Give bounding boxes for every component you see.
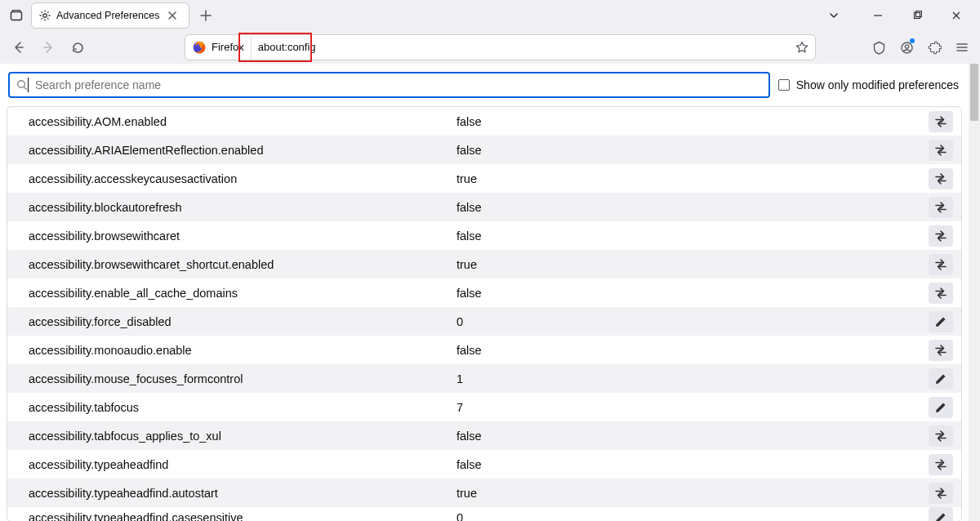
- pref-value: false: [457, 115, 924, 128]
- prefs-table: accessibility.AOM.enabledfalseaccessibil…: [7, 106, 962, 521]
- pref-value: false: [457, 344, 924, 357]
- gear-icon: [38, 9, 51, 22]
- tab-close-button[interactable]: [164, 9, 180, 22]
- pref-name: accessibility.ARIAElementReflection.enab…: [29, 144, 457, 157]
- checkbox-icon[interactable]: [778, 79, 790, 91]
- pref-toggle-button[interactable]: [929, 454, 953, 475]
- pref-row[interactable]: accessibility.typeaheadfind.autostarttru…: [7, 479, 961, 507]
- plus-icon: [200, 10, 212, 21]
- pencil-icon: [934, 401, 947, 414]
- about-config-content: Show only modified preferences accessibi…: [0, 64, 969, 521]
- pref-name: accessibility.blockautorefresh: [29, 201, 457, 214]
- pref-row[interactable]: accessibility.browsewithcaretfalse: [7, 221, 961, 250]
- pref-value: true: [457, 258, 924, 271]
- pref-row[interactable]: accessibility.typeaheadfind.casesensitiv…: [7, 507, 961, 521]
- pref-name: accessibility.typeaheadfind.autostart: [29, 487, 457, 500]
- pref-value: false: [457, 430, 924, 443]
- pref-toggle-button[interactable]: [929, 254, 953, 275]
- pref-search-input[interactable]: [29, 78, 762, 92]
- svg-rect-1: [12, 11, 20, 12]
- svg-rect-4: [916, 11, 922, 17]
- pref-row[interactable]: accessibility.mouse_focuses_formcontrol1: [7, 364, 961, 393]
- browser-tab[interactable]: Advanced Preferences: [31, 2, 189, 29]
- pocket-icon: [872, 41, 886, 55]
- pref-edit-button[interactable]: [929, 507, 953, 522]
- toggle-icon: [933, 229, 948, 243]
- toggle-icon: [933, 429, 948, 443]
- identity-label: Firefox: [212, 35, 252, 60]
- nav-toolbar: Firefox about:config: [0, 31, 980, 64]
- pref-row[interactable]: accessibility.accesskeycausesactivationt…: [7, 164, 961, 193]
- pref-name: accessibility.AOM.enabled: [29, 115, 457, 128]
- pref-toggle-button[interactable]: [929, 197, 953, 218]
- pref-toggle-button[interactable]: [929, 168, 953, 189]
- identity-box[interactable]: Firefox: [185, 35, 252, 60]
- pref-toggle-button[interactable]: [929, 225, 953, 247]
- toggle-icon: [933, 171, 948, 186]
- pref-row[interactable]: accessibility.ARIAElementReflection.enab…: [7, 136, 961, 164]
- arrow-right-icon: [41, 40, 56, 55]
- list-all-tabs-button[interactable]: [5, 4, 28, 27]
- forward-button[interactable]: [34, 35, 62, 60]
- search-row: Show only modified preferences: [0, 64, 969, 106]
- back-button[interactable]: [5, 35, 33, 60]
- reload-icon: [71, 41, 85, 55]
- toggle-icon: [933, 457, 948, 472]
- pref-name: accessibility.force_disabled: [29, 315, 457, 328]
- pref-edit-button[interactable]: [929, 311, 953, 332]
- pref-edit-button[interactable]: [929, 397, 953, 418]
- scrollbar-thumb[interactable]: [970, 64, 978, 121]
- toggle-icon: [933, 343, 948, 358]
- toggle-icon: [933, 486, 948, 501]
- firefox-icon: [192, 40, 207, 55]
- pref-row[interactable]: accessibility.monoaudio.enablefalse: [7, 336, 961, 364]
- app-menu-button[interactable]: [949, 35, 975, 60]
- window-close-button[interactable]: [938, 4, 975, 27]
- close-icon: [951, 11, 961, 20]
- bookmark-star-button[interactable]: [789, 41, 815, 54]
- pref-toggle-button[interactable]: [929, 111, 953, 132]
- pref-row[interactable]: accessibility.browsewithcaret_shortcut.e…: [7, 250, 961, 278]
- pref-name: accessibility.tabfocus: [29, 401, 457, 414]
- url-bar[interactable]: Firefox about:config: [185, 34, 816, 60]
- pref-search-box[interactable]: [8, 72, 770, 98]
- show-only-modified[interactable]: Show only modified preferences: [778, 78, 962, 91]
- search-icon: [16, 79, 28, 91]
- pref-row[interactable]: accessibility.enable_all_cache_domainsfa…: [7, 278, 961, 307]
- pref-value: true: [457, 172, 924, 185]
- reload-button[interactable]: [64, 35, 91, 60]
- pref-toggle-button[interactable]: [929, 140, 953, 161]
- window-maximize-button[interactable]: [898, 4, 936, 27]
- pref-name: accessibility.browsewithcaret: [29, 229, 457, 243]
- pref-value: 0: [457, 315, 924, 328]
- close-icon: [167, 11, 177, 20]
- pref-toggle-button[interactable]: [929, 425, 953, 447]
- tabs-dropdown-button[interactable]: [822, 4, 846, 27]
- tab-title: Advanced Preferences: [56, 10, 159, 21]
- star-icon: [795, 41, 808, 54]
- url-text: about:config: [252, 35, 789, 60]
- pref-name: accessibility.tabfocus_applies_to_xul: [29, 430, 457, 443]
- pref-toggle-button[interactable]: [929, 340, 953, 361]
- pref-row[interactable]: accessibility.tabfocus7: [7, 393, 961, 421]
- pref-value: false: [457, 229, 924, 243]
- window-minimize-button[interactable]: [859, 4, 897, 27]
- puzzle-icon: [928, 41, 942, 55]
- pref-value: false: [457, 201, 924, 214]
- account-button[interactable]: [893, 35, 920, 60]
- pref-value: true: [457, 487, 924, 500]
- pref-toggle-button[interactable]: [929, 283, 953, 304]
- pref-toggle-button[interactable]: [929, 483, 953, 504]
- page-scrollbar[interactable]: [969, 64, 980, 521]
- pref-row[interactable]: accessibility.force_disabled0: [7, 307, 961, 336]
- pref-edit-button[interactable]: [929, 368, 953, 390]
- save-to-pocket-button[interactable]: [866, 35, 892, 60]
- pref-row[interactable]: accessibility.AOM.enabledfalse: [7, 107, 961, 136]
- new-tab-button[interactable]: [194, 4, 217, 27]
- pref-row[interactable]: accessibility.tabfocus_applies_to_xulfal…: [7, 421, 961, 450]
- svg-point-2: [43, 14, 47, 17]
- pref-name: accessibility.mouse_focuses_formcontrol: [29, 372, 457, 385]
- extensions-button[interactable]: [921, 35, 947, 60]
- pref-row[interactable]: accessibility.blockautorefreshfalse: [7, 193, 961, 221]
- pref-row[interactable]: accessibility.typeaheadfindfalse: [7, 450, 961, 479]
